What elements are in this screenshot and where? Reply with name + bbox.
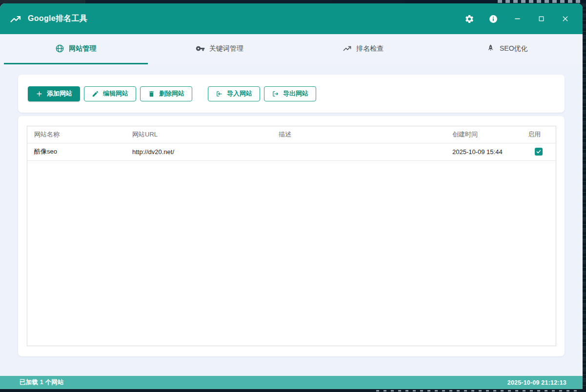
delete-site-button[interactable]: 删除网站 (140, 86, 192, 101)
background-window-text-fragment (498, 0, 581, 3)
cell-description (272, 143, 445, 160)
cell-site-name: 酷像seo (27, 143, 125, 160)
minimize-button[interactable] (512, 14, 523, 24)
rocket-icon (486, 44, 495, 53)
import-icon (216, 90, 223, 98)
table-header-row: 网站名称 网站URL 描述 创建时间 启用 (27, 126, 556, 143)
tab-site-management[interactable]: 网站管理 (4, 34, 148, 64)
globe-icon (55, 44, 64, 53)
window-title: Google排名工具 (28, 14, 87, 24)
column-header-enabled[interactable]: 启用 (521, 126, 556, 143)
desktop-background: Google排名工具 (0, 0, 586, 392)
cell-created-time: 2025-10-09 15:44 (445, 143, 521, 160)
export-sites-button[interactable]: 导出网站 (264, 86, 316, 101)
site-table-card: 网站名称 网站URL 描述 创建时间 启用 酷像seo http://dv20.… (18, 116, 565, 356)
background-taskbar-specks (376, 390, 581, 392)
column-header-description[interactable]: 描述 (272, 126, 445, 143)
tab-label: SEO优化 (500, 44, 528, 53)
close-button[interactable] (560, 14, 570, 24)
tab-keyword-management[interactable]: 关键词管理 (148, 34, 292, 64)
status-loaded-sites: 已加载 1 个网站 (20, 378, 64, 387)
tab-rank-check[interactable]: 排名检查 (291, 34, 435, 64)
site-table: 网站名称 网站URL 描述 创建时间 启用 酷像seo http://dv20.… (27, 126, 556, 346)
background-desktop-strip-right (583, 3, 586, 392)
add-site-label: 添加网站 (47, 89, 72, 98)
tab-label: 网站管理 (69, 44, 96, 53)
app-window: Google排名工具 (0, 3, 583, 389)
enabled-checkbox-checked[interactable] (535, 148, 543, 156)
cell-site-url: http://dv20.net/ (125, 143, 272, 160)
add-site-button[interactable]: 添加网站 (28, 86, 80, 101)
delete-site-label: 删除网站 (159, 89, 184, 98)
export-icon (272, 90, 279, 98)
trending-up-icon (343, 44, 352, 53)
background-window-fragment-top (0, 0, 586, 3)
column-header-created-time[interactable]: 创建时间 (445, 126, 521, 143)
trash-icon (148, 90, 155, 98)
tab-label: 排名检查 (356, 44, 384, 53)
pencil-icon (92, 90, 99, 98)
edit-site-label: 编辑网站 (103, 89, 128, 98)
import-sites-button[interactable]: 导入网站 (208, 86, 260, 101)
status-bar: 已加载 1 个网站 2025-10-09 21:12:13 (0, 376, 583, 389)
tab-label: 关键词管理 (209, 44, 243, 53)
edit-site-button[interactable]: 编辑网站 (84, 86, 136, 101)
table-row[interactable]: 酷像seo http://dv20.net/ 2025-10-09 15:44 (27, 143, 556, 160)
info-icon[interactable] (488, 14, 499, 24)
maximize-button[interactable] (536, 14, 546, 24)
column-header-site-url[interactable]: 网站URL (125, 126, 272, 143)
plus-icon (36, 90, 43, 98)
trending-up-app-icon (10, 13, 21, 25)
import-sites-label: 导入网站 (227, 89, 252, 98)
background-taskbar-strip (0, 389, 586, 392)
key-icon (196, 44, 205, 53)
tab-bar: 网站管理 关键词管理 排名检查 (0, 34, 583, 64)
tab-seo-optimize[interactable]: SEO优化 (435, 34, 579, 64)
status-clock: 2025-10-09 21:12:13 (507, 379, 566, 386)
cell-enabled (521, 143, 556, 160)
settings-gear-icon[interactable] (464, 14, 475, 24)
export-sites-label: 导出网站 (283, 89, 308, 98)
titlebar[interactable]: Google排名工具 (0, 3, 583, 34)
toolbar-card: 添加网站 编辑网站 删除网站 (18, 75, 565, 113)
column-header-site-name[interactable]: 网站名称 (27, 126, 125, 143)
